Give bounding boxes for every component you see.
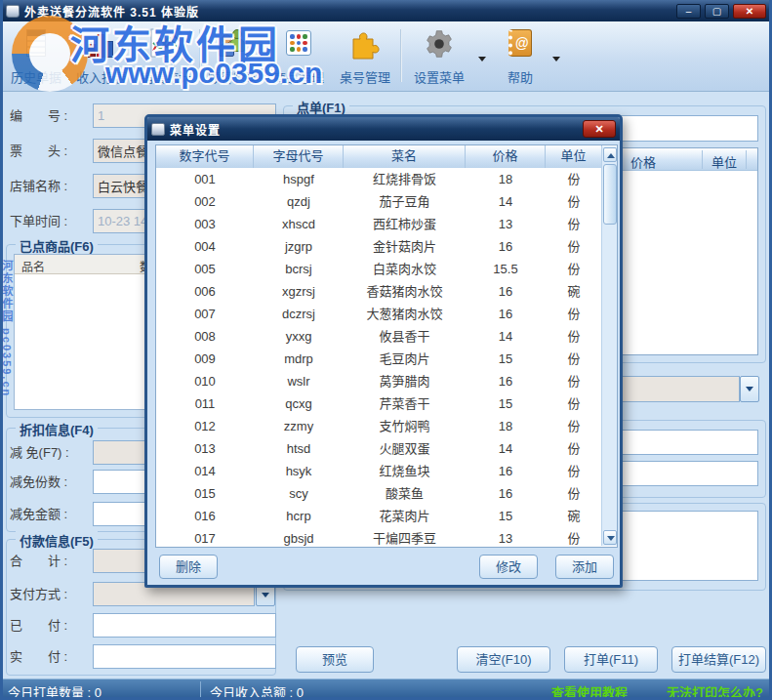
actual-paid-label: 实 付 : (10, 644, 67, 669)
menu-table-row[interactable]: 002 qzdj 茄子豆角 14 份 (156, 190, 617, 213)
maximize-button[interactable]: ▢ (705, 4, 729, 19)
print-settle-button[interactable]: 打单结算(F12) (671, 646, 766, 673)
delete-button[interactable]: 删除 (159, 555, 218, 579)
customers-icon (216, 25, 251, 62)
column-letter-code[interactable]: 字母代号 (254, 145, 344, 168)
menu-table-row[interactable]: 017 gbsjd 干煸四季豆 13 份 (156, 527, 617, 548)
cell-price: 18 (466, 168, 546, 190)
minimize-button[interactable]: – (676, 4, 701, 19)
menu-table-row[interactable]: 013 htsd 火腿双蛋 14 份 (156, 437, 617, 460)
cell-dish-name: 白菜肉水饺 (344, 258, 466, 280)
shop-name-label: 店铺名称 : (10, 174, 67, 198)
cell-letter-code: mdrp (254, 348, 344, 370)
menu-table-row[interactable]: 014 hsyk 红烧鱼块 16 份 (156, 460, 617, 482)
modify-button[interactable]: 修改 (479, 555, 538, 579)
cell-number-code: 016 (156, 505, 254, 527)
right-combo-dropdown-button[interactable] (740, 376, 759, 402)
cell-dish-name: 红烧排骨饭 (344, 168, 466, 190)
menu-table-row[interactable]: 008 yxxg 攸县香干 14 份 (156, 325, 617, 348)
menu-table-row[interactable]: 003 xhscd 西红柿炒蛋 13 份 (156, 213, 617, 235)
cell-dish-name: 大葱猪肉水饺 (344, 303, 466, 325)
toolbar-history-button[interactable]: 历史单据 (4, 25, 68, 88)
cell-letter-code: hcrp (254, 505, 344, 527)
cell-letter-code: yxxg (254, 325, 344, 348)
cell-number-code: 004 (156, 235, 254, 258)
menu-table-row[interactable]: 016 hcrp 花菜肉片 15 碗 (156, 505, 617, 527)
scroll-down-icon[interactable] (603, 530, 617, 545)
menu-table-scrollbar[interactable] (601, 146, 617, 546)
tutorial-link[interactable]: 查看使用教程 (551, 682, 628, 700)
toolbar-income-report-button[interactable]: 收入报表 (69, 25, 134, 88)
column-number-code[interactable]: 数字代号 (156, 145, 254, 168)
column-unit[interactable]: 单位 (546, 145, 602, 168)
cell-unit: 份 (546, 258, 602, 280)
cell-number-code: 010 (156, 370, 254, 392)
close-button[interactable]: ✕ (733, 4, 766, 19)
window-title: 外卖送餐分流软件 3.51 体验版 (24, 3, 199, 20)
toolbar-products-button[interactable]: 商品管理 (266, 25, 331, 88)
paid-field[interactable] (93, 613, 276, 638)
cell-letter-code: qzdj (254, 190, 344, 213)
column-unit: 单位 (711, 152, 737, 171)
menu-table-row[interactable]: 009 mdrp 毛豆肉片 15 份 (156, 348, 617, 370)
menu-table-row[interactable]: 012 zzmy 支竹焖鸭 18 份 (156, 415, 617, 437)
toolbar-tables-button[interactable]: 桌号管理 (333, 25, 397, 88)
cell-number-code: 008 (156, 325, 254, 348)
help-dropdown-arrow-icon[interactable] (552, 57, 560, 62)
products-icon (281, 25, 316, 62)
cell-unit: 份 (546, 415, 602, 437)
status-bar: 今日打单数量 : 0 今日收入总额 : 0 查看使用教程 无法打印怎么办? (0, 679, 772, 700)
order-time-label: 下单时间 : (10, 209, 67, 233)
toolbar-customers-button[interactable]: 顾客管理 (201, 25, 265, 88)
print-help-link[interactable]: 无法打印怎么办? (667, 682, 763, 700)
menu-table-row[interactable]: 006 xgzrsj 香菇猪肉水饺 16 碗 (156, 280, 617, 303)
cell-price: 15.5 (466, 258, 546, 280)
menu-table-row[interactable]: 001 hspgf 红烧排骨饭 18 份 (156, 168, 617, 190)
cell-unit: 份 (546, 303, 602, 325)
add-button[interactable]: 添加 (555, 555, 614, 579)
cell-letter-code: xgzrsj (254, 280, 344, 303)
cell-dish-name: 香菇猪肉水饺 (344, 280, 466, 303)
cell-unit: 份 (546, 482, 602, 505)
cell-dish-name: 酸菜鱼 (344, 482, 466, 505)
cell-unit: 份 (546, 235, 602, 258)
actual-paid-field[interactable] (93, 644, 276, 669)
menu-table-row[interactable]: 005 bcrsj 白菜肉水饺 15.5 份 (156, 258, 617, 280)
pay-method-label: 支付方式 : (10, 582, 67, 606)
scrollbar-thumb[interactable] (603, 164, 617, 225)
cell-unit: 份 (546, 168, 602, 190)
menu-table-row[interactable]: 015 scy 酸菜鱼 16 份 (156, 482, 617, 505)
toolbar-sales-stats-button[interactable]: 销售统计 (134, 25, 198, 88)
cell-dish-name: 攸县香干 (344, 325, 466, 348)
preview-button[interactable]: 预览 (296, 646, 374, 673)
cell-number-code: 017 (156, 527, 254, 548)
menu-table-row[interactable]: 004 jzgrp 金针菇肉片 16 份 (156, 235, 617, 258)
menu-table-row[interactable]: 011 qcxg 芹菜香干 15 份 (156, 392, 617, 415)
settings-gear-icon (422, 25, 457, 62)
cell-price: 15 (466, 348, 546, 370)
cell-letter-code: wslr (254, 370, 344, 392)
menu-settings-dropdown-arrow-icon[interactable] (478, 57, 486, 62)
cell-dish-name: 茄子豆角 (344, 190, 466, 213)
toolbar: 历史单据 收入报表 销售统计 顾客管理 商品管理 (3, 21, 769, 92)
menu-table-row[interactable]: 007 dczrsj 大葱猪肉水饺 16 份 (156, 303, 617, 325)
cell-price: 13 (466, 527, 546, 548)
print-button[interactable]: 打单(F11) (564, 646, 658, 673)
clear-button[interactable]: 清空(F10) (457, 646, 550, 673)
cell-number-code: 003 (156, 213, 254, 235)
cell-number-code: 007 (156, 303, 254, 325)
column-price[interactable]: 价格 (466, 145, 546, 168)
toolbar-separator (400, 29, 402, 82)
cell-dish-name: 莴笋腊肉 (344, 370, 466, 392)
column-dish-name[interactable]: 菜名 (344, 145, 466, 168)
dialog-close-button[interactable]: ✕ (583, 120, 616, 138)
toolbar-menu-settings-button[interactable]: 设置菜单 (406, 25, 472, 88)
cell-price: 16 (466, 482, 546, 505)
cell-dish-name: 支竹焖鸭 (344, 415, 466, 437)
cell-letter-code: hsyk (254, 460, 344, 482)
scroll-up-icon[interactable] (603, 147, 617, 162)
toolbar-help-button[interactable]: @ 帮助 (493, 25, 548, 88)
history-doc-icon (19, 25, 54, 62)
menu-table-row[interactable]: 010 wslr 莴笋腊肉 16 份 (156, 370, 617, 392)
cell-dish-name: 毛豆肉片 (344, 348, 466, 370)
